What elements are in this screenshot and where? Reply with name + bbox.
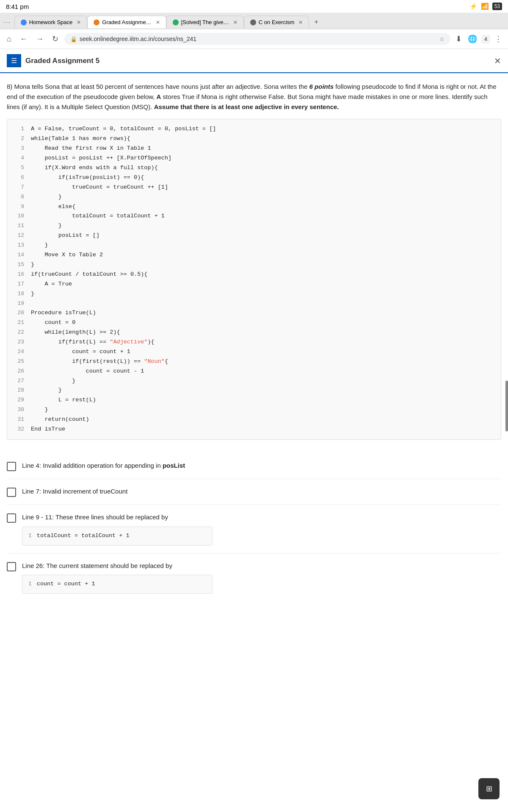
tab-label-3: [Solved] The give…: [181, 19, 229, 25]
tab-favicon-3: [173, 19, 179, 25]
code-line-15: 15 }: [14, 260, 494, 270]
panel-header-left: ☰ Graded Assignment 5: [7, 54, 99, 67]
option-item-1: Line 4: Invalid addition operation for a…: [7, 453, 501, 479]
tab-favicon-1: [21, 19, 27, 25]
panel-title: Graded Assignment 5: [25, 57, 99, 65]
tab-close-3[interactable]: ✕: [233, 19, 237, 25]
code-line-12: 12 posList = []: [14, 231, 494, 241]
wifi-icon: 📶: [481, 3, 489, 10]
option-label-4: Line 26: The current statement should be…: [22, 561, 501, 594]
lock-icon: 🔒: [70, 36, 77, 42]
new-tab-button[interactable]: +: [309, 15, 323, 29]
tab-homework-space[interactable]: Homework Space ✕: [14, 16, 88, 28]
option-label-1: Line 4: Invalid addition operation for a…: [22, 461, 501, 471]
options-area: Line 4: Invalid addition operation for a…: [0, 453, 508, 610]
code-line-16: 16 if(trueCount / totalCount >= 0.5){: [14, 270, 494, 280]
option-label-2: Line 7: Invalid increment of trueCount: [22, 487, 501, 497]
code-line-10: 10 totalCount = totalCount + 1: [14, 211, 494, 221]
three-dots: ···: [0, 17, 14, 27]
code-line-25: 25 if(first(rest(L)) == "Noun"{: [14, 357, 494, 367]
question-text: 8) Mona tells Sona that at least 50 perc…: [7, 82, 501, 112]
tab-label-1: Homework Space: [29, 19, 73, 25]
forward-button[interactable]: →: [33, 33, 46, 45]
code-line-6: 6 if(isTrue(posList) == 0){: [14, 173, 494, 183]
points-label: 6 points: [309, 83, 334, 90]
bluetooth-icon: ⚡: [469, 3, 478, 10]
time-display: 8:41 pm: [6, 3, 29, 10]
download-button[interactable]: ⬇: [454, 33, 464, 45]
code-line-28: 28 }: [14, 386, 494, 395]
code-line-4: 4 posList = posList ++ [X.PartOfSpeech]: [14, 154, 494, 163]
code-line-1: 1 A = False, trueCount = 0, totalCount =…: [14, 124, 494, 134]
code-line-20: 20 Procedure isTrue(L): [14, 308, 494, 318]
code-line-18: 18 }: [14, 289, 494, 299]
code-line-19: 19: [14, 299, 494, 308]
code-line-24: 24 count = count + 1: [14, 347, 494, 357]
assumption-text: Assume that there is at least one adject…: [154, 103, 339, 110]
extensions-badge[interactable]: 4: [481, 35, 490, 44]
tab-exercism[interactable]: C on Exercism ✕: [244, 16, 309, 28]
code-line-21: 21 count = 0: [14, 318, 494, 328]
code-line-29: 29 L = rest(L): [14, 395, 494, 405]
home-button[interactable]: ⌂: [4, 33, 14, 45]
code-line-23: 23 if(first(L) == "Adjective"){: [14, 337, 494, 347]
reload-button[interactable]: ↻: [50, 33, 61, 45]
tab-label-4: C on Exercism: [259, 19, 295, 25]
bookmark-icon: ☆: [439, 36, 444, 42]
tab-favicon-4: [250, 19, 256, 25]
option-2-text: Line 7: Invalid increment of trueCount: [22, 488, 127, 495]
sub-code-block-3: 1 totalCount = totalCount + 1: [22, 527, 213, 546]
code-line-22: 22 while(length(L) >= 2){: [14, 328, 494, 337]
scroll-indicator[interactable]: [505, 381, 508, 431]
back-button[interactable]: ←: [17, 33, 30, 45]
panel-document-icon: ☰: [7, 54, 21, 67]
checkbox-3[interactable]: [7, 513, 16, 523]
code-line-31: 31 return(count): [14, 415, 494, 425]
battery-indicator: 53: [492, 3, 502, 10]
translate-button[interactable]: 🌐: [466, 33, 479, 45]
checkbox-4[interactable]: [7, 562, 16, 571]
panel-header: ☰ Graded Assignment 5 ✕: [0, 49, 508, 73]
menu-button[interactable]: ⋮: [493, 33, 504, 45]
question-area: 8) Mona tells Sona that at least 50 perc…: [0, 73, 508, 453]
tab-label-2: Graded Assignme…: [102, 19, 151, 25]
tab-close-2[interactable]: ✕: [156, 19, 160, 25]
browser-tabs: ··· Homework Space ✕ Graded Assignme… ✕ …: [0, 13, 508, 29]
code-line-27: 27 }: [14, 376, 494, 386]
code-line-2: 2 while(Table 1 has more rows){: [14, 134, 494, 144]
tab-close-1[interactable]: ✕: [77, 19, 81, 25]
tab-close-4[interactable]: ✕: [298, 19, 303, 25]
pseudocode-block: 1 A = False, trueCount = 0, totalCount =…: [7, 119, 501, 440]
tab-favicon-2: [94, 19, 99, 25]
code-line-3: 3 Read the first row X in Table 1: [14, 144, 494, 154]
option-label-3: Line 9 - 11: These three lines should be…: [22, 513, 501, 545]
code-line-14: 14 Move X to Table 2: [14, 250, 494, 260]
code-line-30: 30 }: [14, 405, 494, 415]
tab-solved[interactable]: [Solved] The give… ✕: [166, 16, 244, 28]
option-item-4: Line 26: The current statement should be…: [7, 554, 501, 601]
variable-a: A: [157, 93, 161, 100]
tab-graded-assignment[interactable]: Graded Assignme… ✕: [87, 16, 166, 28]
code-line-17: 17 A = True: [14, 280, 494, 289]
sub-code-block-4: 1 count = count + 1: [22, 575, 213, 594]
page-content: ☰ Graded Assignment 5 ✕ 8) Mona tells So…: [0, 49, 508, 610]
status-bar: 8:41 pm ⚡ 📶 53: [0, 0, 508, 13]
code-line-32: 32 End isTrue: [14, 425, 494, 434]
url-display: seek.onlinedegree.iitm.ac.in/courses/ns_…: [80, 36, 437, 42]
code-line-9: 9 else{: [14, 202, 494, 212]
question-number: 8): [7, 83, 14, 90]
toolbar-right-buttons: ⬇ 🌐 4 ⋮: [454, 33, 504, 45]
address-bar[interactable]: 🔒 seek.onlinedegree.iitm.ac.in/courses/n…: [64, 33, 450, 45]
code-line-11: 11 }: [14, 221, 494, 231]
question-body: Mona tells Sona that at least 50 percent…: [7, 83, 497, 110]
code-line-13: 13 }: [14, 241, 494, 250]
browser-toolbar: ⌂ ← → ↻ 🔒 seek.onlinedegree.iitm.ac.in/c…: [0, 29, 508, 49]
checkbox-2[interactable]: [7, 488, 16, 497]
code-line-8: 8 }: [14, 192, 494, 202]
option-item-2: Line 7: Invalid increment of trueCount: [7, 479, 501, 505]
status-icons: ⚡ 📶 53: [469, 3, 502, 10]
code-line-5: 5 if(X.Word ends with a full stop){: [14, 163, 494, 173]
panel-close-button[interactable]: ✕: [494, 56, 501, 66]
option-item-3: Line 9 - 11: These three lines should be…: [7, 505, 501, 553]
checkbox-1[interactable]: [7, 462, 16, 471]
